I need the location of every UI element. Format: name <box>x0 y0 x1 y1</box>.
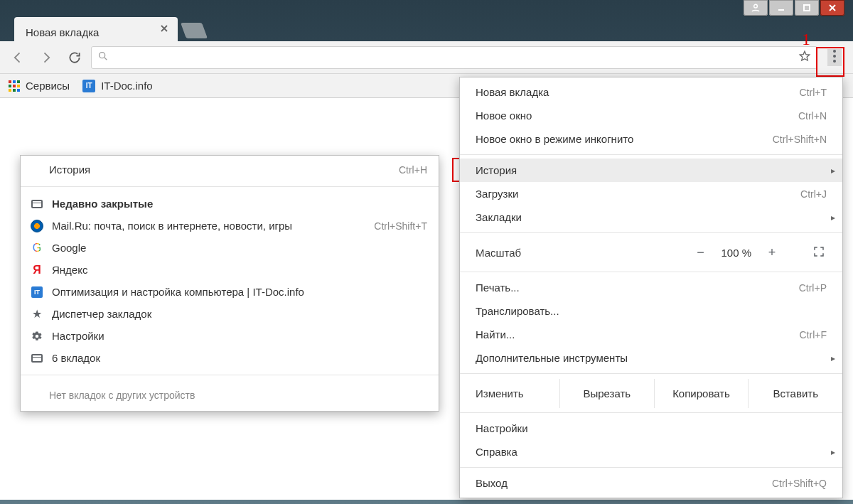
tab-close-icon[interactable] <box>159 23 171 35</box>
bookmark-label: IT-Doc.info <box>101 80 153 92</box>
submenu-item-label: Яндекс <box>52 264 87 276</box>
menu-downloads[interactable]: Загрузки Ctrl+J <box>460 182 842 205</box>
svg-point-6 <box>833 60 836 63</box>
menu-print[interactable]: Печать... Ctrl+P <box>460 276 842 299</box>
menu-shortcut: Ctrl+P <box>799 282 827 294</box>
bookmark-itdoc[interactable]: IT IT-Doc.info <box>82 80 153 92</box>
menu-separator <box>460 373 842 374</box>
window-minimize-button[interactable] <box>769 0 793 16</box>
zoom-out-button[interactable]: − <box>695 245 705 260</box>
star-icon: ★ <box>31 308 43 321</box>
mailru-favicon <box>31 220 43 232</box>
menu-item-label: Масштаб <box>476 247 695 259</box>
chrome-menu-button[interactable] <box>822 45 847 70</box>
menu-history[interactable]: История <box>460 159 842 182</box>
bookmark-star-icon[interactable] <box>798 50 811 65</box>
new-tab-button[interactable] <box>181 23 208 38</box>
menu-edit-row: Изменить Вырезать Копировать Вставить <box>460 377 842 409</box>
submenu-recent-item[interactable]: Я Яндекс <box>21 259 439 281</box>
submenu-recently-closed-header: Недавно закрытые <box>21 193 439 215</box>
menu-shortcut: Ctrl+N <box>798 110 827 122</box>
submenu-history[interactable]: История Ctrl+H <box>21 159 439 181</box>
submenu-bookmark-manager[interactable]: ★ Диспетчер закладок <box>21 303 439 325</box>
menu-bookmarks[interactable]: Закладки <box>460 205 842 229</box>
menu-shortcut: Ctrl+J <box>800 188 827 200</box>
back-button[interactable] <box>6 45 30 70</box>
menu-cut[interactable]: Вырезать <box>559 379 654 408</box>
menu-paste[interactable]: Вставить <box>748 379 842 408</box>
tab-strip: Новая вкладка <box>0 14 853 41</box>
apps-shortcut[interactable]: Сервисы <box>9 80 70 92</box>
menu-more-tools[interactable]: Дополнительные инструменты <box>460 346 842 370</box>
window-maximize-button[interactable] <box>795 0 819 16</box>
menu-copy[interactable]: Копировать <box>654 379 749 408</box>
yandex-favicon: Я <box>31 264 43 277</box>
submenu-item-label: Настройки <box>52 330 104 342</box>
submenu-separator <box>21 375 439 375</box>
menu-item-label: Дополнительные инструменты <box>476 352 628 364</box>
history-submenu: История Ctrl+H Недавно закрытые Mail.Ru:… <box>20 155 439 412</box>
submenu-recent-item[interactable]: Google <box>21 237 439 259</box>
itdoc-favicon: IT <box>82 80 95 92</box>
apps-label: Сервисы <box>26 80 70 92</box>
menu-separator <box>460 467 842 468</box>
submenu-item-label: 6 вкладок <box>52 352 100 364</box>
submenu-item-label: Диспетчер закладок <box>52 308 151 320</box>
menu-exit[interactable]: Выход Ctrl+Shift+Q <box>460 471 842 495</box>
menu-item-label: Новая вкладка <box>476 86 549 98</box>
menu-separator <box>460 272 842 272</box>
menu-shortcut: Ctrl+T <box>800 87 827 98</box>
svg-point-3 <box>100 53 105 58</box>
submenu-shortcut: Ctrl+H <box>399 164 427 176</box>
menu-item-label: История <box>476 164 517 176</box>
svg-point-4 <box>833 50 836 53</box>
menu-new-window[interactable]: Новое окно Ctrl+N <box>460 104 842 127</box>
apps-grid-icon <box>9 80 20 92</box>
submenu-shortcut: Ctrl+Shift+T <box>374 220 427 232</box>
svg-rect-1 <box>778 9 784 11</box>
browser-tab[interactable]: Новая вкладка <box>14 17 178 41</box>
menu-incognito[interactable]: Новое окно в режиме инкогнито Ctrl+Shift… <box>460 127 842 151</box>
menu-separator <box>460 412 842 413</box>
submenu-recent-item[interactable]: Mail.Ru: почта, поиск в интернете, новос… <box>21 215 439 237</box>
menu-shortcut: Ctrl+Shift+Q <box>772 478 827 489</box>
tab-title: Новая вкладка <box>26 26 99 38</box>
gear-icon <box>31 330 43 343</box>
menu-item-label: Новое окно <box>476 109 532 122</box>
fullscreen-icon[interactable] <box>812 245 827 259</box>
menu-item-label: Найти... <box>476 328 515 341</box>
menu-item-label: Выход <box>476 477 508 489</box>
menu-zoom-row: Масштаб − 100 % + <box>460 237 842 268</box>
submenu-recent-item[interactable]: IT Оптимизация и настройка компьютера | … <box>21 281 439 303</box>
address-input[interactable] <box>114 50 793 64</box>
menu-item-label: Настройки <box>476 422 528 434</box>
menu-new-tab[interactable]: Новая вкладка Ctrl+T <box>460 80 842 104</box>
menu-settings[interactable]: Настройки <box>460 417 842 440</box>
zoom-in-button[interactable]: + <box>767 245 777 260</box>
menu-separator <box>460 154 842 155</box>
itdoc-favicon: IT <box>31 286 43 299</box>
window-close-button[interactable] <box>820 0 844 16</box>
address-bar[interactable] <box>91 46 817 69</box>
menu-help[interactable]: Справка <box>460 440 842 463</box>
forward-button[interactable] <box>34 45 58 70</box>
menu-cast[interactable]: Транслировать... <box>460 299 842 323</box>
menu-item-label: Транслировать... <box>476 305 559 317</box>
submenu-six-tabs[interactable]: 6 вкладок <box>21 347 439 369</box>
menu-item-label: Справка <box>476 446 517 458</box>
submenu-no-devices: Нет вкладок с других устройств <box>21 381 439 401</box>
vertical-dots-icon <box>833 50 836 65</box>
google-favicon <box>31 242 43 254</box>
window-controls <box>744 0 844 17</box>
window-icon <box>31 198 43 210</box>
svg-point-5 <box>833 55 836 58</box>
submenu-item-label: Google <box>52 242 86 254</box>
submenu-settings[interactable]: Настройки <box>21 325 439 347</box>
menu-find[interactable]: Найти... Ctrl+F <box>460 323 842 346</box>
reload-button[interactable] <box>63 45 87 70</box>
svg-rect-2 <box>804 5 810 11</box>
browser-toolbar <box>0 41 853 74</box>
menu-separator <box>460 232 842 233</box>
menu-item-label: Закладки <box>476 211 522 223</box>
window-user-button[interactable] <box>744 0 768 16</box>
